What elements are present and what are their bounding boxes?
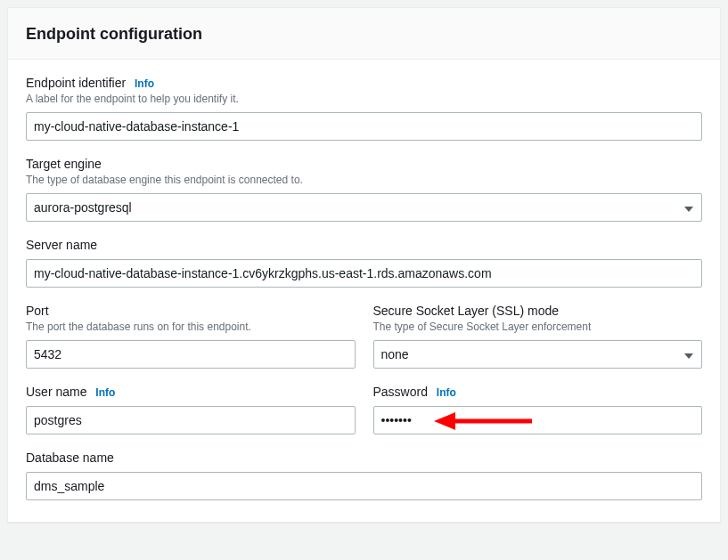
field-label-row: User name Info — [26, 385, 356, 399]
field-target-engine: Target engine The type of database engin… — [26, 157, 702, 222]
user-name-info-link[interactable]: Info — [95, 386, 115, 399]
field-endpoint-identifier: Endpoint identifier Info A label for the… — [26, 76, 702, 141]
port-input[interactable] — [26, 340, 356, 369]
field-label-row: Password Info — [373, 385, 703, 399]
password-input[interactable] — [373, 406, 703, 434]
endpoint-identifier-label: Endpoint identifier — [26, 76, 126, 90]
port-help: The port the database runs on for this e… — [26, 320, 356, 335]
database-name-input[interactable] — [26, 472, 702, 500]
field-user-name: User name Info — [26, 385, 356, 434]
panel-header: Endpoint configuration — [8, 8, 720, 60]
ssl-mode-label: Secure Socket Layer (SSL) mode — [373, 304, 560, 318]
target-engine-help: The type of database engine this endpoin… — [26, 173, 702, 188]
endpoint-identifier-help: A label for the endpoint to help you ide… — [26, 92, 702, 107]
field-label-row: Server name — [26, 238, 702, 252]
ssl-mode-select-value: none — [373, 340, 703, 369]
field-port: Port The port the database runs on for t… — [26, 304, 356, 369]
field-label-row: Port — [26, 304, 356, 318]
target-engine-select-value: aurora-postgresql — [26, 193, 702, 222]
database-name-label: Database name — [26, 450, 114, 465]
row-port-ssl: Port The port the database runs on for t… — [26, 304, 702, 369]
row-user-password: User name Info Password Info — [26, 385, 702, 434]
port-label: Port — [26, 304, 49, 318]
field-label-row: Endpoint identifier Info — [26, 76, 702, 90]
password-info-link[interactable]: Info — [437, 386, 456, 399]
user-name-label: User name — [26, 385, 86, 399]
endpoint-identifier-input[interactable] — [26, 112, 702, 141]
field-label-row: Database name — [26, 450, 702, 465]
field-server-name: Server name — [26, 238, 702, 288]
endpoint-configuration-panel: Endpoint configuration Endpoint identifi… — [7, 7, 721, 523]
server-name-label: Server name — [26, 238, 97, 252]
ssl-mode-help: The type of Secure Socket Layer enforcem… — [373, 320, 703, 335]
target-engine-label: Target engine — [26, 157, 102, 171]
field-database-name: Database name — [26, 450, 702, 500]
field-label-row: Secure Socket Layer (SSL) mode — [373, 304, 703, 318]
field-label-row: Target engine — [26, 157, 702, 171]
ssl-mode-select[interactable]: none — [373, 340, 703, 369]
target-engine-select[interactable]: aurora-postgresql — [26, 193, 702, 222]
panel-body: Endpoint identifier Info A label for the… — [8, 60, 720, 521]
panel-title: Endpoint configuration — [26, 24, 702, 45]
server-name-input[interactable] — [26, 259, 702, 288]
field-password: Password Info — [373, 385, 703, 434]
endpoint-identifier-info-link[interactable]: Info — [135, 77, 154, 90]
field-ssl-mode: Secure Socket Layer (SSL) mode The type … — [373, 304, 703, 369]
password-label: Password — [373, 385, 428, 399]
user-name-input[interactable] — [26, 406, 356, 434]
